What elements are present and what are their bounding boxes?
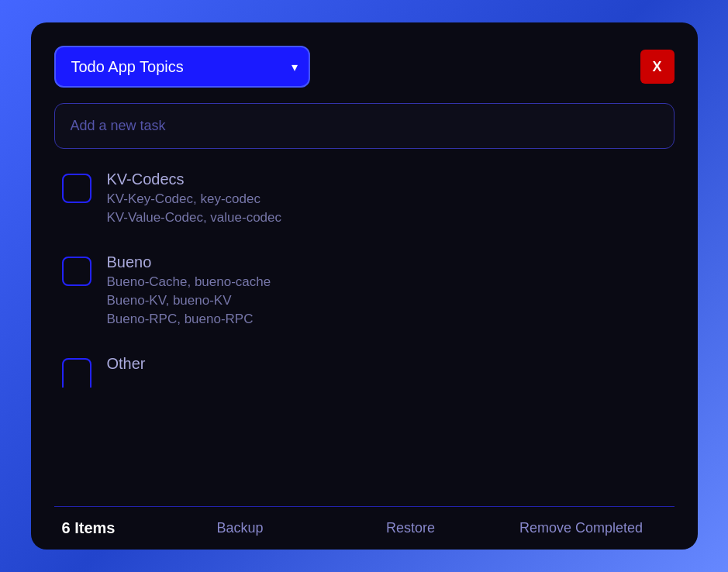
list-item: KV-Codecs KV-Key-Codec, key-codec KV-Val… [54, 157, 675, 239]
add-task-input[interactable] [54, 103, 675, 149]
task-checkbox-2[interactable] [62, 257, 91, 286]
header-row: Todo App Topics Work Personal Shopping ▾… [54, 46, 675, 88]
task-subtitle-2-2: Bueno-RPC, bueno-RPC [107, 312, 271, 327]
backup-button[interactable]: Backup [155, 520, 326, 536]
footer-bar: 6 Items Backup Restore Remove Completed [54, 506, 675, 550]
task-text-group-1: KV-Codecs KV-Key-Codec, key-codec KV-Val… [107, 171, 282, 226]
topic-select-wrapper: Todo App Topics Work Personal Shopping ▾ [54, 46, 310, 88]
task-checkbox-1[interactable] [62, 174, 91, 203]
task-subtitle-1-1: KV-Value-Codec, value-codec [107, 210, 282, 226]
task-subtitle-2-1: Bueno-KV, bueno-KV [107, 293, 271, 308]
list-item: Bueno Bueno-Cache, bueno-cache Bueno-KV,… [54, 239, 675, 341]
remove-completed-button[interactable]: Remove Completed [496, 520, 667, 536]
task-checkbox-3[interactable] [62, 358, 91, 388]
task-subtitle-2-0: Bueno-Cache, bueno-cache [107, 274, 271, 290]
task-text-group-2: Bueno Bueno-Cache, bueno-cache Bueno-KV,… [107, 253, 271, 327]
task-subtitle-1-0: KV-Key-Codec, key-codec [107, 191, 282, 207]
close-button[interactable]: X [640, 50, 675, 84]
app-container: Todo App Topics Work Personal Shopping ▾… [31, 22, 698, 550]
task-title-2: Bueno [107, 253, 271, 271]
footer-count: 6 Items [62, 519, 155, 537]
restore-button[interactable]: Restore [326, 520, 496, 536]
task-list: KV-Codecs KV-Key-Codec, key-codec KV-Val… [54, 157, 675, 506]
task-text-group-3: Other [107, 355, 146, 373]
topic-select[interactable]: Todo App Topics Work Personal Shopping [54, 46, 310, 88]
task-title-1: KV-Codecs [107, 171, 282, 188]
task-title-3: Other [107, 355, 146, 373]
list-item: Other [54, 341, 675, 401]
